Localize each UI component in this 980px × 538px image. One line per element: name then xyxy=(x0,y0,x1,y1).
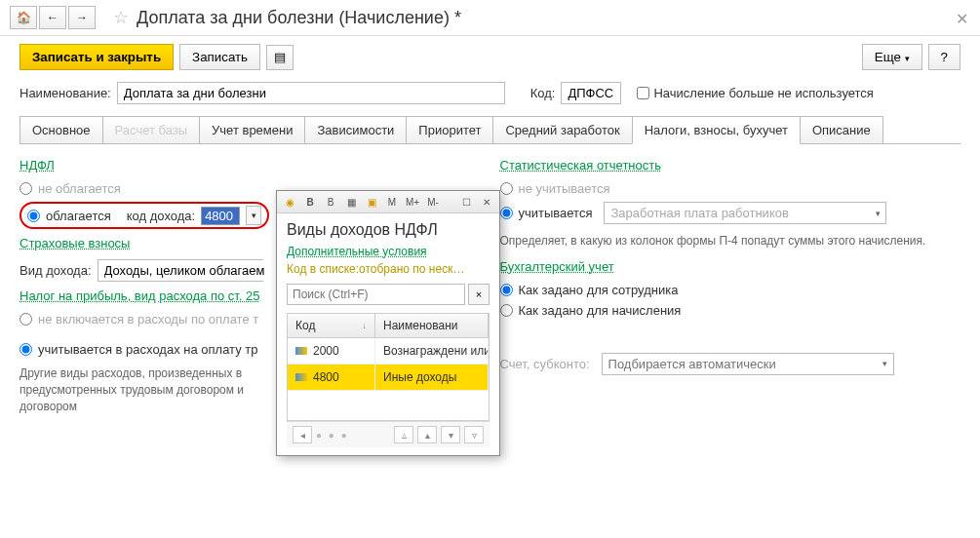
popup-title: Виды доходов НДФЛ xyxy=(287,221,490,239)
ndfl-taxed-label: облагается xyxy=(46,209,111,223)
ndfl-code-dropdown[interactable]: ▾ xyxy=(246,206,261,225)
ndfl-not-taxed-label: не облагается xyxy=(38,181,121,196)
tab-time[interactable]: Учет времени xyxy=(199,116,305,143)
chevron-down-icon[interactable]: ▾ xyxy=(870,209,885,218)
favorite-icon[interactable]: ☆ xyxy=(113,7,129,28)
account-label: Счет, субконто: xyxy=(500,357,590,371)
back-button[interactable]: ← xyxy=(39,6,66,29)
stats-counted-radio[interactable] xyxy=(500,207,513,219)
insurance-type-select[interactable] xyxy=(98,259,263,282)
popup-btn-m[interactable]: M xyxy=(383,193,401,211)
popup-calc-icon[interactable]: ▦ xyxy=(342,193,360,211)
table-row[interactable]: 2000 Вознаграждени или иных обяз xyxy=(288,338,489,365)
popup-nav-prev[interactable]: ◂ xyxy=(293,426,312,443)
profit-included-radio[interactable] xyxy=(20,343,32,356)
popup-th-name[interactable]: Наименовани xyxy=(375,314,489,337)
name-input[interactable] xyxy=(117,82,505,104)
chevron-down-icon: ▾ xyxy=(878,359,893,368)
income-types-popup: ◉ В В ▦ ▣ M M+ M- ☐ ✕ Виды доходов НДФЛ … xyxy=(276,190,500,456)
code-input[interactable] xyxy=(561,82,621,104)
more-button[interactable]: Еще ▾ xyxy=(862,44,922,70)
acc-accrual-label: Как задано для начисления xyxy=(519,303,682,318)
popup-nav-up[interactable]: ▴ xyxy=(417,426,437,443)
popup-cal-icon[interactable]: ▣ xyxy=(363,193,380,211)
popup-btn-mminus[interactable]: M- xyxy=(424,193,442,211)
insurance-type-label: Вид дохода: xyxy=(20,263,92,278)
ndfl-taxed-radio[interactable] xyxy=(27,210,40,222)
popup-close-icon[interactable]: ✕ xyxy=(478,193,495,211)
accounting-header: Бухгалтерский учет xyxy=(500,259,961,274)
not-used-checkbox-wrap[interactable]: Начисление больше не используется xyxy=(637,86,873,100)
tab-main[interactable]: Основное xyxy=(20,116,103,143)
save-close-button[interactable]: Записать и закрыть xyxy=(20,44,174,70)
tab-desc[interactable]: Описание xyxy=(800,116,883,143)
ndfl-code-input[interactable] xyxy=(201,207,240,225)
row-icon xyxy=(295,373,307,381)
popup-btn-b1[interactable]: В xyxy=(301,193,319,211)
popup-search-input[interactable] xyxy=(287,284,465,305)
not-used-checkbox[interactable] xyxy=(637,87,649,99)
save-button[interactable]: Записать xyxy=(179,44,260,70)
tabs: Основное Расчет базы Учет времени Зависи… xyxy=(20,116,960,144)
stats-not-counted-radio[interactable] xyxy=(500,182,513,195)
popup-nav-last[interactable]: ▿ xyxy=(464,426,484,443)
popup-sub2: Код в списке:отобрано по неск… xyxy=(287,262,490,276)
stats-counted-label: учитывается xyxy=(519,206,593,220)
tab-taxes[interactable]: Налоги, взносы, бухучет xyxy=(632,116,801,144)
stats-header: Статистическая отчетность xyxy=(500,158,961,173)
popup-search-clear[interactable]: × xyxy=(468,284,490,305)
popup-nav-down[interactable]: ▾ xyxy=(441,426,460,443)
tab-priority[interactable]: Приоритет xyxy=(406,116,493,143)
popup-th-code[interactable]: Код↓ xyxy=(288,314,375,337)
ndfl-not-taxed-radio[interactable] xyxy=(20,182,32,195)
popup-dots: ● ● ● xyxy=(316,430,390,441)
popup-logo-icon: ◉ xyxy=(281,193,298,211)
close-icon[interactable]: ✕ xyxy=(956,10,968,28)
profit-not-included-label: не включается в расходы по оплате т xyxy=(38,312,258,327)
popup-nav-first[interactable]: ▵ xyxy=(394,426,413,443)
account-select: ▾ xyxy=(602,353,894,375)
highlight-oval: облагается код дохода: ▾ xyxy=(20,202,269,229)
popup-max-icon[interactable]: ☐ xyxy=(457,193,475,211)
table-row[interactable]: 4800 Иные доходы xyxy=(288,365,489,391)
acc-accrual-radio[interactable] xyxy=(500,304,513,317)
tab-avg[interactable]: Средний заработок xyxy=(492,116,632,143)
code-label: Код: xyxy=(530,86,556,100)
popup-sub1[interactable]: Дополнительные условия xyxy=(287,245,490,258)
acc-employee-label: Как задано для сотрудника xyxy=(519,283,679,297)
profit-included-label: учитывается в расходах на оплату тр xyxy=(38,342,258,357)
help-button[interactable]: ? xyxy=(928,44,960,70)
ndfl-code-label: код дохода: xyxy=(127,209,195,223)
not-used-label: Начисление больше не используется xyxy=(653,86,873,100)
ndfl-header: НДФЛ xyxy=(20,158,481,173)
popup-btn-b2[interactable]: В xyxy=(322,193,339,211)
stats-value-select[interactable]: ▾ xyxy=(604,202,886,224)
tab-deps[interactable]: Зависимости xyxy=(304,116,407,143)
name-label: Наименование: xyxy=(20,86,111,100)
page-title: Доплата за дни болезни (Начисление) * xyxy=(137,8,461,28)
stats-desc: Определяет, в какую из колонок формы П-4… xyxy=(500,233,961,250)
home-button[interactable]: 🏠 xyxy=(10,6,37,29)
popup-btn-mplus[interactable]: M+ xyxy=(404,193,421,211)
popup-table: Код↓ Наименовани 2000 Вознаграждени или … xyxy=(287,313,490,421)
acc-employee-radio[interactable] xyxy=(500,284,513,296)
tab-base[interactable]: Расчет базы xyxy=(102,116,201,143)
row-icon xyxy=(295,347,307,355)
forward-button[interactable]: → xyxy=(68,6,96,29)
list-icon-button[interactable]: ▤ xyxy=(266,45,294,70)
profit-not-included-radio[interactable] xyxy=(20,313,32,326)
stats-not-counted-label: не учитывается xyxy=(519,181,610,196)
